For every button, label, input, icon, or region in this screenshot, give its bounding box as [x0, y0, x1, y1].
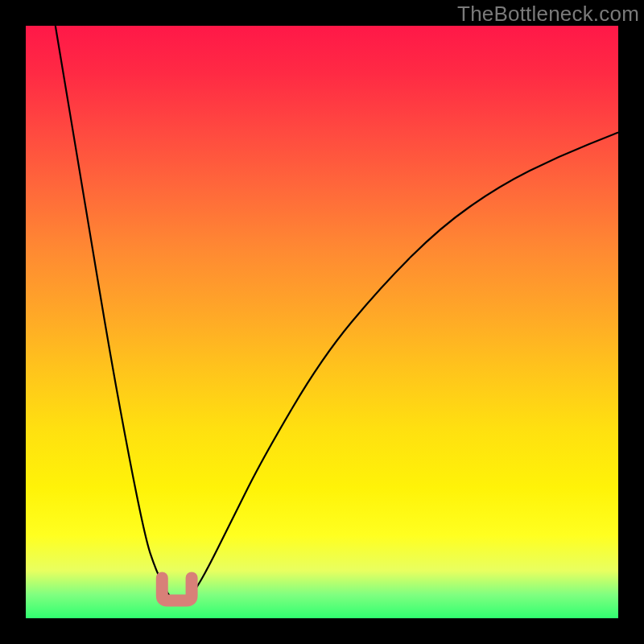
bottleneck-curve: [56, 26, 618, 601]
minimum-marker: [162, 578, 192, 601]
chart-svg: [26, 26, 618, 618]
watermark-text: TheBottleneck.com: [457, 2, 639, 27]
chart-frame: [26, 26, 618, 618]
